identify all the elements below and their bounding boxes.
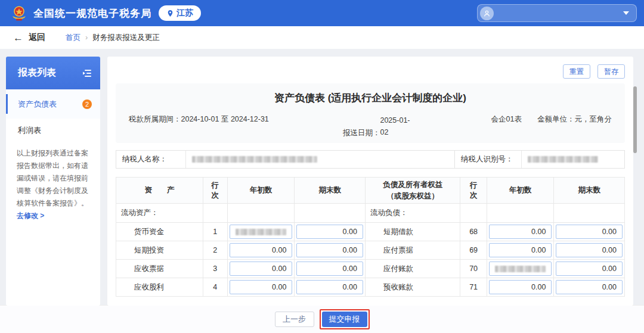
- liability-opening-input[interactable]: [489, 262, 552, 276]
- col-header-asset: 资 产: [116, 178, 203, 204]
- liability-name: 应付票据: [365, 241, 460, 260]
- asset-name: 应收股利: [116, 278, 203, 297]
- form-title: 资产负债表 (适用执行企业会计制度的企业): [129, 91, 612, 105]
- asset-opening-input[interactable]: 0.00: [230, 280, 293, 294]
- back-button[interactable]: ← 返回: [13, 32, 45, 43]
- form-meta-row: 税款所属期间：2024-10-01 至 2024-12-31 报送日期： 202…: [129, 114, 612, 138]
- sidebar-note: 以上财报列表通过备案报告数据带出，如有遗漏或错误，请在填报前调整《财务会计制度及…: [6, 142, 100, 222]
- taxpayer-name-label: 纳税人名称：: [116, 151, 186, 168]
- col-header-rowno: 行次: [460, 178, 487, 204]
- asset-name: 货币资金: [116, 223, 203, 241]
- table-row: 应收股利40.000.00预收账款710.000.00: [116, 278, 625, 297]
- taxpayer-id-value: [522, 151, 624, 168]
- breadcrumb-bar: ← 返回 首页 › 财务报表报送及更正: [0, 26, 644, 49]
- reset-button[interactable]: 重置: [563, 64, 590, 79]
- section-row: 流动资产：流动负债：: [116, 204, 625, 223]
- liability-name: 预收账款: [365, 278, 460, 297]
- asset-opening-input-cell: 0.00: [227, 260, 295, 278]
- liability-opening-input-cell: [487, 260, 554, 278]
- table-row: 短期投资20.000.00应付票据690.000.00: [116, 241, 625, 260]
- sidebar-header: 报表列表: [6, 57, 100, 89]
- user-account-menu[interactable]: [477, 4, 637, 22]
- sidebar-item-income-statement[interactable]: 利润表: [6, 119, 100, 142]
- breadcrumb: 首页 › 财务报表报送及更正: [66, 33, 160, 43]
- asset-closing-input-cell: 0.00: [295, 241, 366, 260]
- liability-section-label: 流动负债：: [365, 204, 460, 223]
- form-title-card: 资产负债表 (适用执行企业会计制度的企业) 税款所属期间：2024-10-01 …: [116, 83, 625, 143]
- redacted-amount: [236, 229, 287, 235]
- redacted-taxpayer-id: [528, 156, 598, 163]
- liability-opening-input-cell: 0.00: [487, 278, 554, 297]
- redacted-taxpayer-name: [192, 156, 317, 163]
- asset-opening-input[interactable]: 0.00: [230, 262, 293, 276]
- breadcrumb-separator: ›: [85, 33, 88, 42]
- asset-closing-input[interactable]: 0.00: [296, 280, 363, 294]
- go-modify-link[interactable]: 去修改 >: [17, 211, 44, 220]
- collapse-panel-icon[interactable]: [82, 69, 92, 77]
- previous-step-button[interactable]: 上一步: [275, 312, 314, 327]
- liability-closing-input[interactable]: 0.00: [556, 262, 623, 276]
- form-meta-right: 会企01表 金额单位：元，至角分: [491, 114, 612, 125]
- back-arrow-icon: ←: [13, 33, 23, 43]
- app-title: 全国统一规范电子税务局: [33, 7, 151, 20]
- col-header-liability: 负债及所有者权益 （或股东权益）: [365, 178, 460, 204]
- empty-cell: [295, 204, 366, 223]
- asset-closing-input[interactable]: 0.00: [296, 262, 363, 276]
- form-toolbar: 重置 暂存: [107, 57, 633, 82]
- annotation-highlight-box: 提交申报: [320, 309, 370, 329]
- sidebar-item-label: 资产负债表: [18, 99, 57, 110]
- report-date-value: 2025-01-02: [380, 114, 417, 138]
- region-label: 江苏: [177, 8, 193, 18]
- asset-opening-input[interactable]: [230, 225, 293, 239]
- location-pin-icon: [166, 10, 174, 17]
- liability-closing-input[interactable]: 0.00: [556, 243, 623, 257]
- asset-row-number: 3: [203, 260, 227, 278]
- col-header-opening: 年初数: [227, 178, 295, 204]
- liability-closing-input-cell: 0.00: [554, 260, 625, 278]
- tax-period-label: 税款所属期间：: [129, 115, 181, 123]
- tax-period: 税款所属期间：2024-10-01 至 2024-12-31: [129, 114, 269, 125]
- liability-closing-input-cell: 0.00: [554, 241, 625, 260]
- asset-row-number: 4: [203, 278, 227, 297]
- liability-opening-input[interactable]: 0.00: [489, 280, 552, 294]
- form-panel: 重置 暂存 资产负债表 (适用执行企业会计制度的企业) 税款所属期间：2024-…: [107, 57, 633, 306]
- liability-closing-input[interactable]: 0.00: [556, 280, 623, 294]
- asset-closing-input[interactable]: 0.00: [296, 225, 363, 239]
- asset-section-label: 流动资产：: [116, 204, 203, 223]
- sidebar-item-balance-sheet[interactable]: 资产负债表 2: [6, 89, 100, 119]
- report-list-sidebar: 报表列表 资产负债表 2 利润表 以上财报列表通过备案报告数据带出，如有遗漏或错…: [6, 57, 100, 306]
- tax-bureau-logo: [11, 5, 27, 21]
- submit-declaration-button[interactable]: 提交申报: [322, 312, 367, 327]
- liability-row-number: 68: [460, 223, 487, 241]
- report-date-label: 报送日期：: [343, 128, 380, 138]
- empty-cell: [554, 204, 625, 223]
- taxpayer-info-row: 纳税人名称： 纳税人识别号：: [116, 150, 625, 169]
- hold-save-button[interactable]: 暂存: [597, 64, 625, 79]
- empty-cell: [227, 204, 295, 223]
- asset-opening-input-cell: 0.00: [227, 278, 295, 297]
- asset-closing-input[interactable]: 0.00: [296, 243, 363, 257]
- region-selector[interactable]: 江苏: [159, 5, 201, 21]
- empty-cell: [487, 204, 554, 223]
- liability-opening-input-cell: 0.00: [487, 241, 554, 260]
- asset-opening-input-cell: 0.00: [227, 241, 295, 260]
- asset-opening-input[interactable]: 0.00: [230, 243, 293, 257]
- asset-row-number: 2: [203, 241, 227, 260]
- asset-closing-input-cell: 0.00: [295, 260, 366, 278]
- liability-opening-input[interactable]: 0.00: [489, 243, 552, 257]
- liability-closing-input[interactable]: 0.00: [556, 225, 623, 239]
- asset-name: 应收票据: [116, 260, 203, 278]
- breadcrumb-home-link[interactable]: 首页: [66, 33, 80, 43]
- breadcrumb-current: 财务报表报送及更正: [92, 33, 160, 43]
- taxpayer-name-value: [186, 151, 454, 168]
- sidebar-title: 报表列表: [18, 67, 56, 79]
- asset-name: 短期投资: [116, 241, 203, 260]
- scrollbar-thumb[interactable]: [633, 86, 637, 153]
- liability-closing-input-cell: 0.00: [554, 223, 625, 241]
- liability-row-number: 69: [460, 241, 487, 260]
- unit-note: 金额单位：元，至角分: [537, 114, 612, 125]
- sidebar-note-text: 以上财报列表通过备案报告数据带出，如有遗漏或错误，请在填报前调整《财务会计制度及…: [17, 149, 88, 207]
- liability-opening-input[interactable]: 0.00: [489, 225, 552, 239]
- app-header: 全国统一规范电子税务局 江苏: [0, 0, 644, 26]
- report-date: 报送日期： 2025-01-02: [343, 114, 417, 138]
